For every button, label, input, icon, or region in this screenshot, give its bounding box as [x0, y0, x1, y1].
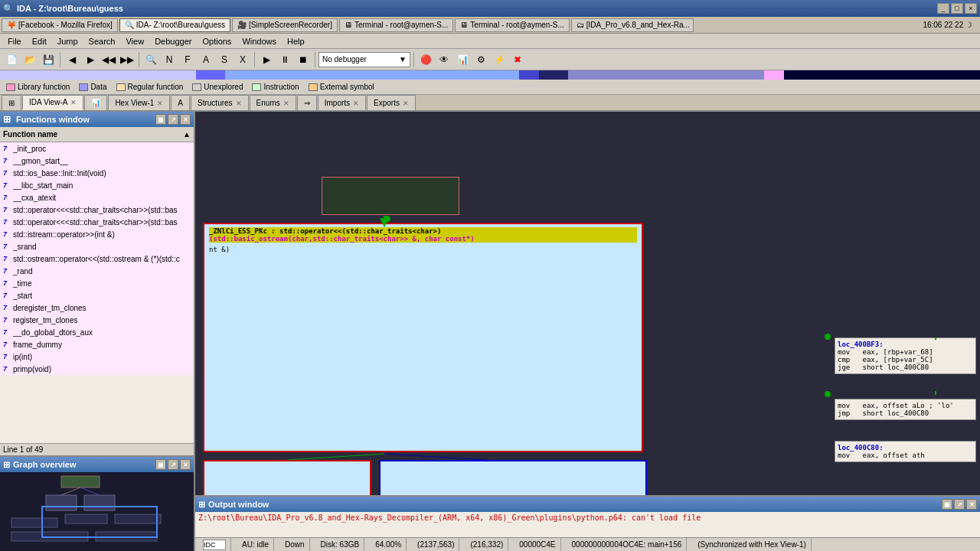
- list-item[interactable]: 7ip(int): [0, 350, 194, 363]
- tb-names[interactable]: N: [161, 51, 178, 68]
- tb-back[interactable]: ◀: [64, 51, 80, 68]
- maximize-button[interactable]: □: [951, 3, 963, 14]
- tab-hex-view-1[interactable]: Hex View-1 ✕: [108, 95, 170, 110]
- tab-ida-view-a-close[interactable]: ✕: [70, 99, 77, 106]
- ida-main-block[interactable]: _ZNlCi_E5S_PKc : std::operator<<(std::ch…: [203, 223, 643, 452]
- ida-right-node3[interactable]: loc_400C80: mov eax, offset ath: [835, 441, 976, 462]
- tab-enums-close[interactable]: ✕: [283, 99, 289, 107]
- list-item[interactable]: 7_start: [0, 289, 194, 302]
- menu-edit[interactable]: Edit: [28, 36, 51, 47]
- tab-structures-close[interactable]: ✕: [236, 99, 242, 107]
- list-item[interactable]: 7primp(void): [0, 363, 194, 375]
- idc-input[interactable]: [203, 540, 226, 550]
- tb-functions[interactable]: F: [179, 51, 196, 68]
- minimize-button[interactable]: _: [937, 3, 949, 14]
- list-item[interactable]: 7_init_proc: [0, 142, 194, 155]
- tab-enums[interactable]: Enums ✕: [250, 95, 296, 110]
- list-item[interactable]: 7register_tm_clones: [0, 314, 194, 326]
- tab-structures[interactable]: Structures ✕: [191, 95, 249, 110]
- tab-exports[interactable]: Exports ✕: [367, 95, 416, 110]
- tab-struct-icon[interactable]: A: [171, 95, 190, 110]
- menu-jump[interactable]: Jump: [53, 36, 83, 47]
- status-au-text: AU: idle: [242, 540, 269, 549]
- list-item[interactable]: 7std::ostream::operator<<(std::ostream &…: [0, 253, 194, 265]
- list-item[interactable]: 7__do_global_dtors_aux: [0, 326, 194, 338]
- menu-windows[interactable]: Windows: [237, 36, 281, 47]
- ida-bottom-block1[interactable]: [203, 460, 371, 495]
- functions-list[interactable]: 7_init_proc 7__gmon_start__ 7std::ios_ba…: [0, 142, 194, 443]
- functions-panel-float[interactable]: ↗: [168, 114, 178, 125]
- list-item[interactable]: 7std::ios_base::Init::Init(void): [0, 167, 194, 179]
- menu-debugger[interactable]: Debugger: [150, 36, 196, 47]
- tb-more2[interactable]: ⚡: [491, 51, 508, 68]
- graph-mini-canvas[interactable]: [0, 472, 194, 551]
- list-item[interactable]: 7_srand: [0, 240, 194, 253]
- tb-forward[interactable]: ▶: [82, 51, 99, 68]
- tb-strings[interactable]: A: [198, 51, 214, 68]
- functions-scroll-up[interactable]: ▲: [183, 130, 191, 139]
- list-item[interactable]: 7frame_dummy: [0, 338, 194, 350]
- output-panel-float[interactable]: ↗: [954, 499, 965, 510]
- tab-ida-view-a[interactable]: IDA View-A ✕: [22, 95, 83, 110]
- tb-bp[interactable]: 🔴: [417, 51, 434, 68]
- menu-view[interactable]: View: [121, 36, 149, 47]
- taskbar-item-terminal2[interactable]: 🖥 Terminal - root@aymen-S...: [455, 18, 569, 32]
- list-item[interactable]: 7_rand: [0, 265, 194, 277]
- tb-new[interactable]: 📄: [3, 51, 20, 68]
- ida-right-node1[interactable]: loc_400BF3: mov eax, [rbp+var_68] cmp ea…: [835, 337, 976, 374]
- tb-pause[interactable]: ⏸: [276, 51, 293, 68]
- tb-segments[interactable]: S: [216, 51, 233, 68]
- list-item[interactable]: 7std::operator<<<std::char_traits<char>>…: [0, 204, 194, 216]
- ida-main-view[interactable]: _ZNlCi_E5S_PKc : std::operator<<(std::ch…: [195, 112, 980, 495]
- tab-imports-close[interactable]: ✕: [353, 99, 359, 107]
- taskbar-item-terminal1[interactable]: 🖥 Terminal - root@aymen-S...: [339, 18, 453, 32]
- tb-forward2[interactable]: ▶▶: [119, 51, 136, 68]
- list-item[interactable]: 7deregister_tm_clones: [0, 302, 194, 314]
- graph-overview-restore[interactable]: ▣: [155, 459, 166, 470]
- statusbar: AU: idle Down Disk: 63GB 64.00% (2137,56…: [195, 537, 980, 551]
- menu-options[interactable]: Options: [198, 36, 236, 47]
- ida-top-block[interactable]: [322, 177, 459, 215]
- tb-save[interactable]: 💾: [40, 51, 57, 68]
- tb-more1[interactable]: ⚙: [472, 51, 489, 68]
- list-item[interactable]: 7__libc_start_main: [0, 179, 194, 191]
- list-item[interactable]: 7std::operator<<<std::char_traits<char>>…: [0, 216, 194, 228]
- tb-run[interactable]: ▶: [258, 51, 275, 68]
- tb-jump[interactable]: 🔍: [142, 51, 159, 68]
- menu-file[interactable]: File: [3, 36, 26, 47]
- tab-exports-close[interactable]: ✕: [403, 99, 409, 107]
- list-item[interactable]: 7_time: [0, 277, 194, 289]
- tab-hex-icon[interactable]: 📊: [84, 95, 107, 110]
- tb-watch[interactable]: 👁: [436, 51, 452, 68]
- tb-back2[interactable]: ◀◀: [100, 51, 117, 68]
- debugger-dropdown[interactable]: No debugger ▼: [318, 52, 410, 67]
- list-item[interactable]: 7__gmon_start__: [0, 155, 194, 167]
- functions-panel-close[interactable]: ✕: [180, 114, 191, 125]
- tb-stop[interactable]: ⏹: [295, 51, 312, 68]
- taskbar-item-ida[interactable]: 🔍 IDA- Z:\root\Bureau\guess: [119, 18, 230, 32]
- graph-overview-close[interactable]: ✕: [180, 459, 191, 470]
- graph-overview-float[interactable]: ↗: [168, 459, 178, 470]
- tab-imports[interactable]: Imports ✕: [318, 95, 366, 110]
- ida-bottom-block2[interactable]: [379, 460, 647, 495]
- status-disk: Disk: 63GB: [316, 538, 365, 551]
- menu-help[interactable]: Help: [283, 36, 309, 47]
- list-item[interactable]: 7std::istream::operator>>(int &): [0, 228, 194, 240]
- list-item[interactable]: 7__cxa_atexit: [0, 191, 194, 204]
- tab-imports-icon[interactable]: ⇒: [297, 95, 317, 110]
- taskbar-item-recorder[interactable]: 🎥 [SimpleScreenRecorder]: [232, 18, 338, 32]
- tb-xrefs[interactable]: X: [234, 51, 251, 68]
- output-panel-restore[interactable]: ▣: [942, 499, 952, 510]
- tb-cancel[interactable]: ✖: [509, 51, 526, 68]
- ida-right-node2[interactable]: mov eax, offset aLo ; 'lo' jmp short loc…: [835, 399, 976, 420]
- tb-stack[interactable]: 📊: [454, 51, 471, 68]
- tab-hex-view-1-close[interactable]: ✕: [157, 99, 163, 107]
- tb-open[interactable]: 📂: [21, 51, 38, 68]
- close-button[interactable]: ×: [965, 3, 977, 14]
- tab-functions-icon[interactable]: ⊞: [2, 95, 21, 110]
- taskbar-item-idapro[interactable]: 🗂 [IDA_Pro_v6.8_and_Hex-Ra...: [571, 18, 694, 32]
- taskbar-item-firefox[interactable]: 🦊 [Facebook - Mozilla Firefox]: [2, 18, 118, 32]
- functions-panel-restore[interactable]: ▣: [155, 114, 166, 125]
- menu-search[interactable]: Search: [84, 36, 120, 47]
- output-panel-close[interactable]: ✕: [966, 499, 977, 510]
